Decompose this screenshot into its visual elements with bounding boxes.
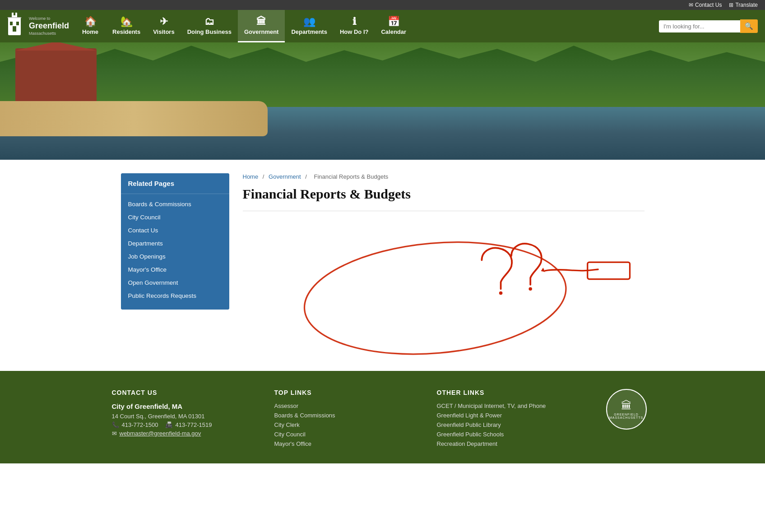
search-button[interactable]: 🔍 [740, 19, 758, 33]
fax-icon: 📠 [165, 421, 172, 428]
footer-top-links-section: Top Links Assessor Boards & Commissions … [274, 389, 419, 450]
breadcrumb-government[interactable]: Government [269, 173, 301, 180]
nav-items: 🏠 Home 🏡 Residents ✈ Visitors 🗂 Doing Bu… [74, 10, 655, 42]
footer-email-line: ✉ webmaster@greenfield-ma.gov [112, 430, 256, 437]
footer-email[interactable]: webmaster@greenfield-ma.gov [120, 430, 201, 437]
nav-doing-business[interactable]: 🗂 Doing Business [181, 10, 238, 42]
contact-us-topbar[interactable]: ✉ Contact Us [689, 2, 722, 8]
doing-business-icon: 🗂 [204, 16, 214, 28]
content-area [243, 222, 644, 357]
footer-contact-heading: Contact Us [112, 389, 256, 396]
footer-top-links-heading: Top Links [274, 389, 419, 396]
svg-rect-4 [16, 22, 19, 25]
sidebar-links: Boards & Commissions City Council Contac… [121, 194, 229, 310]
footer-link-library[interactable]: Greenfield Public Library [437, 421, 581, 428]
search-bar: 🔍 [655, 10, 761, 42]
svg-rect-3 [10, 22, 13, 25]
footer-link-city-council[interactable]: City Council [274, 431, 419, 438]
sidebar-link-jobs[interactable]: Job Openings [121, 250, 229, 263]
translate-link[interactable]: ⊞ Translate [729, 2, 758, 8]
footer-link-assessor[interactable]: Assessor [274, 402, 419, 409]
footer-link-schools[interactable]: Greenfield Public Schools [437, 431, 581, 438]
top-bar: ✉ Contact Us ⊞ Translate [0, 0, 765, 10]
svg-point-9 [529, 287, 532, 291]
nav-residents[interactable]: 🏡 Residents [106, 10, 147, 42]
visitors-icon: ✈ [160, 16, 168, 28]
seal-text: GREENFIELD [614, 413, 639, 416]
seal-state-text: MASSACHUSETTS [609, 416, 643, 419]
search-input[interactable] [659, 20, 740, 32]
sidebar-link-city-council[interactable]: City Council [121, 211, 229, 224]
breadcrumb: Home / Government / Financial Reports & … [243, 173, 644, 180]
annotation-drawing [243, 222, 644, 357]
sidebar-link-mayors[interactable]: Mayor's Office [121, 263, 229, 276]
footer-inner: Contact Us City of Greenfield, MA 14 Cou… [112, 389, 654, 450]
home-icon: 🏠 [84, 16, 97, 28]
page-title: Financial Reports & Budgets [243, 186, 644, 202]
sidebar-link-departments[interactable]: Departments [121, 237, 229, 250]
departments-icon: 👥 [303, 16, 315, 28]
related-pages-box: Related Pages Boards & Commissions City … [121, 173, 229, 310]
email-icon: ✉ [112, 430, 117, 437]
footer-address: 14 Court Sq., Greenfield, MA 01301 [112, 413, 256, 420]
footer-other-links-section: Other Links GCET / Municipal Internet, T… [437, 389, 581, 450]
svg-rect-10 [587, 262, 630, 279]
footer-contact-section: Contact Us City of Greenfield, MA 14 Cou… [112, 389, 256, 439]
footer-link-light-power[interactable]: Greenfield Light & Power [437, 412, 581, 419]
sidebar-link-contact[interactable]: Contact Us [121, 224, 229, 237]
footer-city-name: City of Greenfield, MA [112, 402, 256, 410]
breadcrumb-home[interactable]: Home [243, 173, 259, 180]
svg-marker-6 [7, 17, 22, 18]
nav-government[interactable]: 🏛 Government [238, 10, 285, 42]
nav-how-do-i[interactable]: ℹ How Do I? [334, 10, 375, 42]
nav-calendar[interactable]: 📅 Calendar [375, 10, 413, 42]
envelope-icon: ✉ [689, 2, 693, 8]
hero-image [0, 42, 765, 160]
logo-icon [4, 13, 25, 40]
calendar-icon: 📅 [388, 16, 400, 28]
svg-point-8 [499, 291, 502, 295]
sidebar: Related Pages Boards & Commissions City … [121, 173, 229, 357]
footer: Contact Us City of Greenfield, MA 14 Cou… [0, 371, 765, 463]
footer-seal-section: 🏛 GREENFIELD MASSACHUSETTS [599, 389, 654, 430]
footer-link-recreation[interactable]: Recreation Department [437, 440, 581, 447]
footer-link-boards[interactable]: Boards & Commissions [274, 412, 419, 419]
main-nav: Welcome to Greenfield Massachusetts 🏠 Ho… [0, 10, 765, 42]
translate-icon: ⊞ [729, 2, 733, 8]
svg-rect-2 [14, 13, 15, 15]
city-seal: 🏛 GREENFIELD MASSACHUSETTS [606, 389, 647, 430]
footer-link-gcet[interactable]: GCET / Municipal Internet, TV, and Phone [437, 402, 581, 409]
how-do-i-icon: ℹ [352, 16, 356, 28]
svg-rect-5 [13, 26, 16, 32]
svg-point-7 [300, 232, 570, 357]
content-wrapper: Related Pages Boards & Commissions City … [112, 160, 654, 371]
main-content: Home / Government / Financial Reports & … [243, 173, 644, 357]
footer-link-mayors-office[interactable]: Mayor's Office [274, 440, 419, 447]
sidebar-link-boards[interactable]: Boards & Commissions [121, 198, 229, 211]
phone-icon: 📞 [112, 421, 119, 428]
government-icon: 🏛 [256, 16, 266, 28]
breadcrumb-current: Financial Reports & Budgets [314, 173, 388, 180]
nav-visitors[interactable]: ✈ Visitors [147, 10, 181, 42]
sidebar-link-public-records[interactable]: Public Records Requests [121, 289, 229, 302]
nav-home[interactable]: 🏠 Home [74, 10, 106, 42]
site-logo[interactable]: Welcome to Greenfield Massachusetts [4, 10, 74, 42]
content-divider [243, 211, 644, 211]
footer-other-links-heading: Other Links [437, 389, 581, 396]
nav-departments[interactable]: 👥 Departments [285, 10, 333, 42]
sidebar-title: Related Pages [121, 173, 229, 194]
residents-icon: 🏡 [121, 16, 133, 28]
footer-link-city-clerk[interactable]: City Clerk [274, 421, 419, 428]
sidebar-link-open-gov[interactable]: Open Government [121, 276, 229, 289]
seal-building-icon: 🏛 [621, 399, 632, 412]
footer-phone-line: 📞 413-772-1500 📠 413-772-1519 [112, 421, 256, 428]
